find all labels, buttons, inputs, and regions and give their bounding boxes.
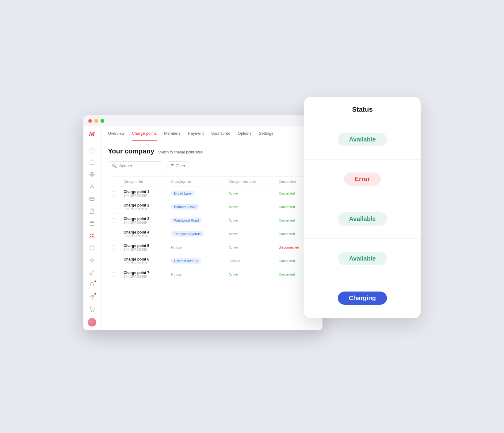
bell-badge xyxy=(94,280,96,282)
row-checkbox[interactable] xyxy=(112,232,116,236)
charge-point-connection: Connected xyxy=(279,259,295,263)
charge-point-name: Charge point 3 xyxy=(124,217,164,221)
charge-point-connection: Disconnected xyxy=(279,245,299,249)
charge-point-name: Charge point 2 xyxy=(124,203,164,207)
sidebar-item-users[interactable] xyxy=(86,230,97,241)
sidebar-item-home[interactable] xyxy=(86,157,97,168)
sidebar-item-cart[interactable] xyxy=(86,304,97,315)
svg-rect-6 xyxy=(90,197,94,200)
close-button[interactable] xyxy=(88,119,92,123)
send-badge xyxy=(94,293,96,295)
svg-point-16 xyxy=(94,311,94,312)
table-row[interactable]: Charge point 7 S/N: ZPR090159 No site Ac… xyxy=(108,268,315,281)
search-icon: 🔍 xyxy=(112,164,117,168)
table-row[interactable]: Charge point 6 S/N: ZPR090159 Hillcrest … xyxy=(108,254,315,268)
status-badge-charging[interactable]: Charging xyxy=(338,292,387,305)
sidebar-item-lightning[interactable] xyxy=(86,255,97,266)
row-checkbox[interactable] xyxy=(112,191,116,195)
site-badge[interactable]: Broad Lane xyxy=(171,191,195,196)
status-badge-available[interactable]: Available xyxy=(338,252,387,265)
window-titlebar xyxy=(83,115,323,126)
nav-settings[interactable]: Settings xyxy=(259,127,273,141)
charge-point-state: Active xyxy=(228,232,238,236)
status-badge-error[interactable]: Error xyxy=(344,172,381,186)
sidebar-item-calendar[interactable] xyxy=(86,144,97,155)
user-avatar[interactable] xyxy=(88,318,96,327)
sidebar-item-gift[interactable] xyxy=(86,218,97,229)
status-header: Status xyxy=(304,97,421,120)
status-row-charging-1: Charging xyxy=(304,278,421,318)
status-title: Status xyxy=(311,106,413,114)
charge-point-serial: S/N: ZPR090159 xyxy=(124,248,164,251)
status-panel: Status AvailableErrorAvailableAvailableC… xyxy=(304,97,421,318)
nav-options[interactable]: Options xyxy=(238,127,252,141)
status-badge-available[interactable]: Available xyxy=(338,212,387,226)
switch-link[interactable]: Switch to charge point sites xyxy=(158,150,203,154)
svg-rect-0 xyxy=(90,148,94,152)
charge-point-connection: Connected xyxy=(279,232,295,236)
sidebar-item-send[interactable] xyxy=(86,292,97,303)
table-row[interactable]: Charge point 1 S/N: ZPR090159 Broad Lane… xyxy=(108,187,315,200)
table-row[interactable]: Charge point 2 S/N: ZPR090159 Balmoral D… xyxy=(108,200,315,214)
charge-point-name: Charge point 6 xyxy=(124,257,164,261)
dashboard-window: M xyxy=(83,115,323,330)
table-row[interactable]: Charge point 5 S/N: ZPR090159 No site Ac… xyxy=(108,241,315,254)
charge-point-name: Charge point 4 xyxy=(124,230,164,234)
table-row[interactable]: Charge point 3 S/N: ZPR090159 Westwood R… xyxy=(108,214,315,227)
scene: M xyxy=(83,97,421,336)
charge-point-serial: S/N: ZPR090159 xyxy=(124,194,164,197)
sidebar-item-globe[interactable] xyxy=(86,169,97,180)
sidebar-item-box[interactable] xyxy=(86,242,97,253)
row-checkbox[interactable] xyxy=(112,272,116,276)
status-row-available-3: Available xyxy=(304,239,421,278)
nav-overview[interactable]: Overview xyxy=(108,127,124,141)
charge-point-name: Charge point 1 xyxy=(124,190,164,194)
row-checkbox[interactable] xyxy=(112,259,116,263)
sidebar-item-card[interactable] xyxy=(86,193,97,204)
svg-point-11 xyxy=(92,234,94,235)
maximize-button[interactable] xyxy=(101,119,104,123)
filter-button[interactable]: Filter xyxy=(166,161,189,170)
nav-members[interactable]: Members xyxy=(164,127,181,141)
charge-point-name: Charge point 5 xyxy=(124,244,164,248)
sidebar-item-document[interactable] xyxy=(86,206,97,217)
charge-point-state: Active xyxy=(228,273,238,276)
site-badge[interactable]: Hillcrest Avenue xyxy=(171,258,201,264)
row-checkbox[interactable] xyxy=(112,218,116,222)
charge-points-table: Charge point Charging site Charge point … xyxy=(108,176,315,281)
site-badge[interactable]: Balmoral Drive xyxy=(171,204,199,210)
charge-point-serial: S/N: ZPR090159 xyxy=(124,221,164,224)
minimize-button[interactable] xyxy=(94,119,98,123)
site-badge[interactable]: Westwood Road xyxy=(171,218,202,223)
sidebar: M xyxy=(83,126,101,330)
col-charge-point: Charge point xyxy=(120,177,167,187)
svg-point-15 xyxy=(91,311,92,312)
row-checkbox[interactable] xyxy=(112,205,116,209)
nav-charge-points[interactable]: Charge points xyxy=(132,127,157,141)
status-badge-available[interactable]: Available xyxy=(338,133,387,146)
search-input[interactable] xyxy=(119,164,159,168)
charge-point-state: Active xyxy=(228,245,238,249)
nav-payment[interactable]: Payment xyxy=(188,127,204,141)
sidebar-item-key[interactable] xyxy=(86,267,97,278)
charge-point-serial: S/N: ZPR090159 xyxy=(124,261,164,265)
table-row[interactable]: Charge point 4 S/N: ZPR090159 Tennyson A… xyxy=(108,227,315,241)
charge-point-serial: S/N: ZPR090159 xyxy=(124,234,164,238)
charge-point-state: Active xyxy=(228,191,238,195)
col-state: Charge point state xyxy=(225,177,275,187)
search-box: 🔍 xyxy=(108,161,163,170)
row-checkbox[interactable] xyxy=(112,245,116,249)
page-content: Your company Switch to charge point site… xyxy=(101,141,323,330)
charge-point-name: Charge point 7 xyxy=(124,271,164,275)
charge-point-connection: Connected xyxy=(279,191,295,195)
sidebar-item-bell[interactable] xyxy=(86,279,97,290)
main-content: Overview Charge points Members Payment S… xyxy=(101,126,323,330)
sidebar-item-user[interactable] xyxy=(86,181,97,192)
toolbar: 🔍 Filter xyxy=(108,161,315,170)
nav-sponsored[interactable]: Sponsored xyxy=(211,127,231,141)
site-no-site: No site xyxy=(171,245,181,249)
site-badge[interactable]: Tennyson Avenue xyxy=(171,231,204,237)
charge-point-serial: S/N: ZPR090159 xyxy=(124,207,164,211)
charge-point-connection: Connected xyxy=(279,273,295,276)
top-nav: Overview Charge points Members Payment S… xyxy=(101,126,323,141)
